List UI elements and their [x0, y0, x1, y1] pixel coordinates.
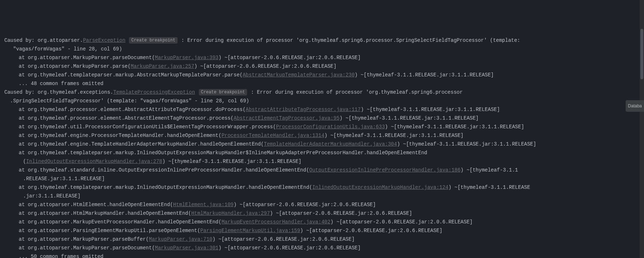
stacktrace-text: ) ~[thymeleaf-3.1.1.RELEASE.jar:3.1.1.RE… — [397, 141, 536, 147]
stacktrace-line: .RELEASE.jar:3.1.1.RELEASE] — [4, 174, 644, 183]
console-output: Caused by: org.attoparser.ParseException… — [4, 36, 644, 258]
stacktrace-line: at org.thymeleaf.processor.element.Abstr… — [4, 105, 644, 114]
stacktrace-text: ) ~[attoparser-2.0.6.RELEASE.jar:2.0.6.R… — [300, 228, 442, 233]
source-link[interactable]: TemplateProcessingException — [113, 89, 195, 95]
source-link[interactable]: AbstractMarkupTemplateParser.java:230 — [243, 72, 355, 78]
stacktrace-text: ) ~[attoparser-2.0.6.RELEASE.jar:2.0.6.R… — [194, 63, 336, 69]
stacktrace-text: at org.attoparser.MarkupParser.parse( — [19, 63, 131, 69]
stacktrace-text: "vagas/formVagas" - line 28, col 69) — [10, 46, 122, 52]
stacktrace-text: ) ~[attoparser-2.0.6.RELEASE.jar:2.0.6.R… — [270, 210, 412, 216]
stacktrace-text: at org.thymeleaf.standard.inline.OutputE… — [19, 167, 309, 173]
create-breakpoint-button[interactable]: Create breakpoint — [199, 89, 247, 95]
stacktrace-line: Caused by: org.attoparser.ParseException… — [4, 36, 644, 45]
stacktrace-text — [195, 89, 198, 95]
stacktrace-text: Caused by: org.thymeleaf.exceptions. — [4, 89, 113, 95]
stacktrace-text: at org.attoparser.MarkupParser.parseDocu… — [19, 55, 155, 61]
source-link[interactable]: ProcessorConfigurationUtils.java:633 — [276, 124, 385, 130]
stacktrace-line: at org.attoparser.ParsingElementMarkupUt… — [4, 226, 644, 235]
stacktrace-text: .RELEASE.jar:3.1.1.RELEASE] — [23, 176, 105, 182]
stacktrace-text — [125, 37, 128, 43]
stacktrace-text: at org.thymeleaf.templateparser.markup.I… — [19, 150, 427, 156]
stacktrace-text: at org.attoparser.ParsingElementMarkupUt… — [19, 228, 200, 233]
stacktrace-text: ) ~[thymeleaf-3.1.1.RELEASE.jar:3.1.1.RE… — [385, 124, 524, 130]
stacktrace-line: at org.attoparser.MarkupEventProcessorHa… — [4, 218, 644, 226]
stacktrace-text: .jar:3.1.1.RELEASE] — [23, 193, 81, 199]
stacktrace-line: at org.thymeleaf.util.ProcessorConfigura… — [4, 123, 644, 131]
create-breakpoint-button[interactable]: Create breakpoint — [129, 37, 177, 44]
stacktrace-text: ) ~[attoparser-2.0.6.RELEASE.jar:2.0.6.R… — [234, 202, 376, 208]
stacktrace-text: ) ~[thymeleaf-3.1.1 — [461, 167, 518, 173]
stacktrace-text: at org.attoparser.MarkupParser.parseDocu… — [19, 245, 155, 251]
source-link[interactable]: MarkupParser.java:710 — [149, 236, 212, 242]
source-link[interactable]: InlinedOutputExpressionMarkupHandler.jav… — [312, 184, 448, 190]
stacktrace-line: at org.thymeleaf.templateparser.markup.I… — [4, 148, 644, 157]
stacktrace-text: .SpringSelectFieldTagProcessor' (templat… — [10, 98, 249, 104]
source-link[interactable]: InlinedOutputExpressionMarkupHandler.jav… — [26, 159, 162, 164]
stacktrace-line: .jar:3.1.1.RELEASE] — [4, 192, 644, 200]
stacktrace-text: at org.thymeleaf.processor.element.Abstr… — [19, 107, 246, 112]
stacktrace-text: at org.thymeleaf.processor.element.Abstr… — [19, 115, 234, 121]
source-link[interactable]: TemplateHandlerAdapterMarkupHandler.java… — [264, 141, 397, 147]
source-link[interactable]: ParsingElementMarkupUtil.java:159 — [200, 228, 300, 233]
stacktrace-text: ) ~[thymeleaf-3.1.1.RELEASE.jar:3.1.1.RE… — [325, 133, 464, 138]
stacktrace-text: ... 50 common frames omitted — [19, 254, 103, 258]
stacktrace-text: : Error during execution of processor 'o… — [248, 89, 463, 95]
stacktrace-text: at org.attoparser.HtmlElement.handleOpen… — [19, 202, 173, 208]
stacktrace-line: at org.attoparser.HtmlMarkupHandler.hand… — [4, 209, 644, 218]
stacktrace-line: ... 48 common frames omitted — [4, 79, 644, 88]
stacktrace-line: .SpringSelectFieldTagProcessor' (templat… — [4, 97, 644, 105]
source-link[interactable]: MarkupParser.java:257 — [131, 63, 194, 69]
source-link[interactable]: MarkupEventProcessorHandler.java:402 — [222, 219, 330, 225]
stacktrace-line: at org.thymeleaf.engine.ProcessorTemplat… — [4, 131, 644, 140]
stacktrace-text: ) ~[attoparser-2.0.6.RELEASE.jar:2.0.6.R… — [219, 245, 361, 251]
source-link[interactable]: HtmlMarkupHandler.java:297 — [191, 210, 270, 216]
stacktrace-text: at org.thymeleaf.util.ProcessorConfigura… — [19, 124, 276, 130]
stacktrace-line: Caused by: org.thymeleaf.exceptions.Temp… — [4, 88, 644, 97]
stacktrace-text: ) ~[thymeleaf-3.1.1.RELEASE.jar:3.1.1.RE… — [340, 115, 479, 121]
stacktrace-text: at org.attoparser.HtmlMarkupHandler.hand… — [19, 210, 191, 216]
stacktrace-line: at org.attoparser.MarkupParser.parseDocu… — [4, 53, 644, 62]
database-tool-tab[interactable]: Databa — [626, 100, 644, 112]
stacktrace-text: ) ~[attoparser-2.0.6.RELEASE.jar:2.0.6.R… — [219, 55, 361, 61]
source-link[interactable]: ProcessorTemplateHandler.java:1314 — [222, 133, 325, 138]
stacktrace-text: ) ~[thymeleaf-3.1.1.RELEASE.jar:3.1.1.RE… — [355, 72, 494, 78]
source-link[interactable]: MarkupParser.java:301 — [155, 245, 218, 251]
stacktrace-line: (InlinedOutputExpressionMarkupHandler.ja… — [4, 157, 644, 166]
stacktrace-line: at org.thymeleaf.templateparser.markup.I… — [4, 183, 644, 192]
stacktrace-line: "vagas/formVagas" - line 28, col 69) — [4, 45, 644, 53]
stacktrace-line: at org.thymeleaf.templateparser.markup.A… — [4, 71, 644, 79]
source-link[interactable]: AbstractElementTagProcessor.java:95 — [234, 115, 340, 121]
source-link[interactable]: AbstractAttributeTagProcessor.java:117 — [246, 107, 361, 112]
vertical-scrollbar[interactable] — [640, 0, 644, 258]
stacktrace-line: at org.attoparser.MarkupParser.parseBuff… — [4, 235, 644, 244]
source-link[interactable]: ParseException — [83, 37, 125, 43]
stacktrace-text: ) ~[thymeleaf-3.1.1.RELEASE.jar:3.1.1.RE… — [162, 159, 301, 164]
source-link[interactable]: HtmlElement.java:109 — [173, 202, 233, 208]
stacktrace-text: at org.attoparser.MarkupEventProcessorHa… — [19, 219, 222, 225]
stacktrace-text: ) ~[attoparser-2.0.6.RELEASE.jar:2.0.6.R… — [330, 219, 473, 225]
source-link[interactable]: OutputExpressionInlinePreProcessorHandle… — [309, 167, 461, 173]
stacktrace-text: ) ~[attoparser-2.0.6.RELEASE.jar:2.0.6.R… — [213, 236, 355, 242]
stacktrace-text: at org.thymeleaf.templateparser.markup.A… — [19, 72, 243, 78]
stacktrace-text: at org.attoparser.MarkupParser.parseBuff… — [19, 236, 149, 242]
stacktrace-line: at org.thymeleaf.processor.element.Abstr… — [4, 114, 644, 123]
stacktrace-text: ) ~[thymeleaf-3.1.1.RELEASE — [448, 184, 530, 190]
stacktrace-line: at org.attoparser.HtmlElement.handleOpen… — [4, 200, 644, 209]
stacktrace-text: ) ~[thymeleaf-3.1.1.RELEASE.jar:3.1.1.RE… — [361, 107, 500, 112]
stacktrace-text: at org.thymeleaf.engine.ProcessorTemplat… — [19, 133, 222, 138]
stacktrace-text: ... 48 common frames omitted — [19, 81, 103, 86]
stacktrace-line: at org.attoparser.MarkupParser.parseDocu… — [4, 244, 644, 252]
stacktrace-text: : Error during execution of processor 'o… — [178, 37, 520, 43]
stacktrace-line: ... 50 common frames omitted — [4, 252, 644, 258]
stacktrace-text: at org.thymeleaf.templateparser.markup.I… — [19, 184, 312, 190]
stacktrace-text: at org.thymeleaf.engine.TemplateHandlerA… — [19, 141, 264, 147]
scrollbar-thumb[interactable] — [640, 29, 643, 79]
stacktrace-line: at org.thymeleaf.standard.inline.OutputE… — [4, 166, 644, 174]
stacktrace-line: at org.thymeleaf.engine.TemplateHandlerA… — [4, 140, 644, 148]
stacktrace-text: Caused by: org.attoparser. — [4, 37, 83, 43]
stacktrace-line: at org.attoparser.MarkupParser.parse(Mar… — [4, 62, 644, 71]
source-link[interactable]: MarkupParser.java:393 — [155, 55, 218, 61]
